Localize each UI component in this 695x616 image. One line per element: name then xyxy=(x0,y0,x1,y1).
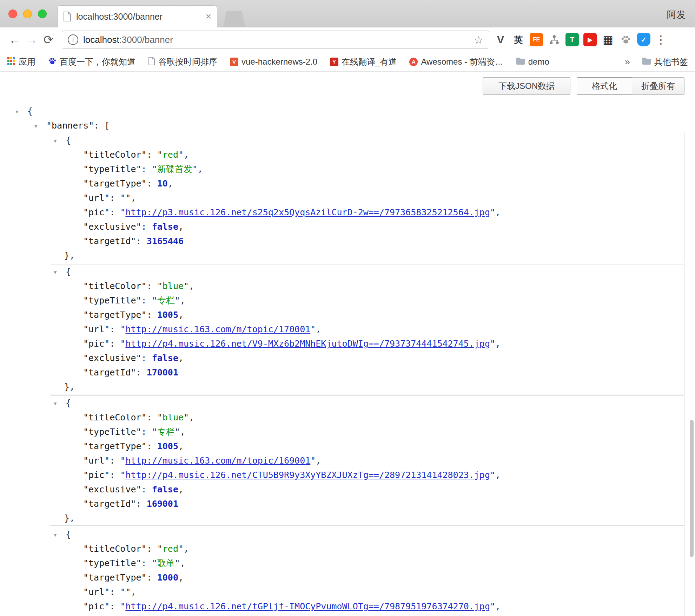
json-url-link[interactable]: http://p4.music.126.net/tGPljf-IMOCyPvum… xyxy=(125,601,490,611)
back-icon[interactable]: ← xyxy=(6,33,23,47)
json-url-link[interactable]: http://p4.music.126.net/V9-MXz6b2MNhEKju… xyxy=(125,339,490,349)
bookmark-label: vue-hackernews-2.0 xyxy=(241,57,317,67)
folder-icon xyxy=(642,57,651,66)
format-button[interactable]: 格式化 xyxy=(577,77,632,95)
forward-icon[interactable]: → xyxy=(23,33,40,47)
json-property-line: "targetId": 3165446 xyxy=(50,234,684,248)
new-tab-button[interactable] xyxy=(223,11,245,27)
collapse-icon[interactable]: ▼ xyxy=(54,528,66,542)
banners-container: ▼{"titleColor": "red","typeTitle": "新碟首发… xyxy=(0,133,695,616)
collapse-icon[interactable]: ▼ xyxy=(34,119,46,133)
page-content: 下载JSON数据 格式化 折叠所有 ▼{ ▼"banners": [ ▼{"ti… xyxy=(0,72,695,616)
collapse-icon[interactable]: ▼ xyxy=(15,105,27,119)
close-window-button[interactable] xyxy=(8,9,17,18)
json-property-line: "url": "", xyxy=(50,585,684,599)
json-viewer-actions: 下载JSON数据 格式化 折叠所有 xyxy=(483,77,684,95)
json-property-line: "pic": "http://p3.music.126.net/s25q2x5Q… xyxy=(50,205,684,219)
json-property-line: "titleColor": "red", xyxy=(50,542,684,556)
bookmark-star-icon[interactable]: ☆ xyxy=(474,34,483,46)
json-property-line: "exclusive": false, xyxy=(50,351,684,365)
json-property-line: "url": "", xyxy=(50,191,684,205)
bookmarks-overflow-icon[interactable]: » xyxy=(624,56,630,67)
collapse-icon[interactable]: ▼ xyxy=(54,134,66,148)
tampermonkey-extension-icon[interactable]: T xyxy=(565,33,579,46)
video-extension-icon[interactable]: ▶ xyxy=(583,33,597,46)
vertical-scrollbar-thumb[interactable] xyxy=(690,420,694,557)
json-property-line: "exclusive": false, xyxy=(50,219,684,234)
baidu-paw-icon xyxy=(48,57,57,67)
traffic-lights xyxy=(8,9,47,18)
json-property-line: "pic": "http://p4.music.126.net/CTU5B9R9… xyxy=(50,468,684,482)
reload-icon[interactable]: ⟳ xyxy=(40,33,57,47)
info-icon[interactable]: i xyxy=(68,34,78,45)
json-root-line: ▼{ xyxy=(0,104,695,118)
bookmark-item-apps[interactable]: 应用 xyxy=(7,56,35,67)
browser-menu-icon[interactable]: ⋮ xyxy=(655,33,667,46)
toolbar: ← → ⟳ i localhost:3000/banner ☆ V 英 FE T… xyxy=(0,27,695,52)
collapse-icon[interactable]: ▼ xyxy=(54,265,66,280)
vimium-extension-icon[interactable]: V xyxy=(494,33,507,46)
json-property-line: "url": "http://music.163.com/m/topic/170… xyxy=(50,322,684,336)
browser-tab[interactable]: localhost:3000/banner × xyxy=(57,5,217,27)
json-property-line: "titleColor": "blue", xyxy=(50,279,684,293)
bookmark-item-vue-hackernews[interactable]: V vue-hackernews-2.0 xyxy=(230,57,317,67)
json-property-line: "exclusive": false, xyxy=(50,482,684,497)
url-path: :3000/banner xyxy=(119,34,173,45)
json-object-box: ▼{"titleColor": "blue","typeTitle": "专栏"… xyxy=(50,264,684,394)
bookmark-item-google-sort[interactable]: 谷歌按时间排序 xyxy=(148,56,217,67)
json-property-line: "url": "http://music.163.com/m/topic/169… xyxy=(50,453,684,468)
json-object-box: ▼{"titleColor": "red","typeTitle": "歌单",… xyxy=(50,527,684,616)
bookmarks-bar: 应用 百度一下，你就知道 谷歌按时间排序 V vue-hackernews-2.… xyxy=(0,52,695,72)
json-property-line: "targetType": 1005, xyxy=(50,308,684,322)
qr-code-extension-icon[interactable]: ▦ xyxy=(601,33,615,46)
bookmark-label: 应用 xyxy=(19,56,35,67)
bookmark-item-youdao-translate[interactable]: Y 在线翻译_有道 xyxy=(330,56,397,67)
json-object-box: ▼{"titleColor": "blue","typeTitle": "专栏"… xyxy=(50,395,684,526)
tab-title: localhost:3000/banner xyxy=(76,12,202,22)
fe-extension-icon[interactable]: FE xyxy=(530,33,543,46)
bookmark-item-baidu[interactable]: 百度一下，你就知道 xyxy=(48,56,135,67)
json-object-close-line: }, xyxy=(50,511,684,525)
json-object-close-line: }, xyxy=(50,248,684,263)
other-bookmarks-folder[interactable]: 其他书签 xyxy=(642,56,688,67)
json-object-open-line: ▼{ xyxy=(50,264,684,279)
profile-name[interactable]: 阿发 xyxy=(667,8,686,21)
json-url-link[interactable]: http://p4.music.126.net/CTU5B9R9y3XyYBZX… xyxy=(125,470,490,480)
json-tree: ▼{ ▼"banners": [ ▼{"titleColor": "red","… xyxy=(0,72,695,616)
bookmark-label: 在线翻译_有道 xyxy=(342,56,397,67)
titlebar: localhost:3000/banner × 阿发 xyxy=(0,0,695,27)
json-property-line: "typeTitle": "新碟首发", xyxy=(50,162,684,176)
zoom-window-button[interactable] xyxy=(38,9,47,18)
json-property-line: "targetId": 170001 xyxy=(50,365,684,380)
folder-icon xyxy=(516,57,525,66)
shield-check-extension-icon[interactable]: ✓ xyxy=(637,33,650,46)
close-tab-icon[interactable]: × xyxy=(206,12,211,21)
json-property-line: "exclusive": false xyxy=(50,614,684,616)
url-host: localhost xyxy=(83,34,119,45)
bookmark-item-awesomes[interactable]: A Awesomes - 前端资… xyxy=(409,56,503,67)
bookmark-label: 谷歌按时间排序 xyxy=(158,56,217,67)
json-object-open-line: ▼{ xyxy=(50,527,684,542)
minimize-window-button[interactable] xyxy=(23,9,32,18)
download-json-button[interactable]: 下载JSON数据 xyxy=(483,77,570,95)
youdao-dict-extension-icon[interactable]: 英 xyxy=(512,33,525,46)
json-url-link[interactable]: http://p3.music.126.net/s25q2x5QyqsAzilC… xyxy=(125,207,490,217)
url-text[interactable]: localhost:3000/banner xyxy=(83,34,474,45)
json-property-line: "typeTitle": "专栏", xyxy=(50,293,684,308)
json-url-link[interactable]: http://music.163.com/m/topic/169001 xyxy=(125,456,310,466)
collapse-icon[interactable]: ▼ xyxy=(54,397,66,411)
bookmark-item-demo[interactable]: demo xyxy=(516,57,549,67)
json-url-link[interactable]: http://music.163.com/m/topic/170001 xyxy=(125,324,310,334)
paw-extension-icon[interactable] xyxy=(619,33,633,46)
json-property-line: "targetType": 10, xyxy=(50,176,684,191)
url-bar[interactable]: i localhost:3000/banner ☆ xyxy=(62,31,489,49)
json-object-open-line: ▼{ xyxy=(50,133,684,148)
json-property-line: "targetType": 1000, xyxy=(50,570,684,585)
youdao-favicon: Y xyxy=(330,58,338,66)
json-banners-line: ▼"banners": [ xyxy=(0,118,695,133)
org-chart-extension-icon[interactable] xyxy=(548,33,561,46)
collapse-all-button[interactable]: 折叠所有 xyxy=(632,77,684,95)
awesomes-favicon: A xyxy=(409,58,418,66)
json-property-line: "pic": "http://p4.music.126.net/V9-MXz6b… xyxy=(50,336,684,351)
page-icon xyxy=(148,57,155,67)
